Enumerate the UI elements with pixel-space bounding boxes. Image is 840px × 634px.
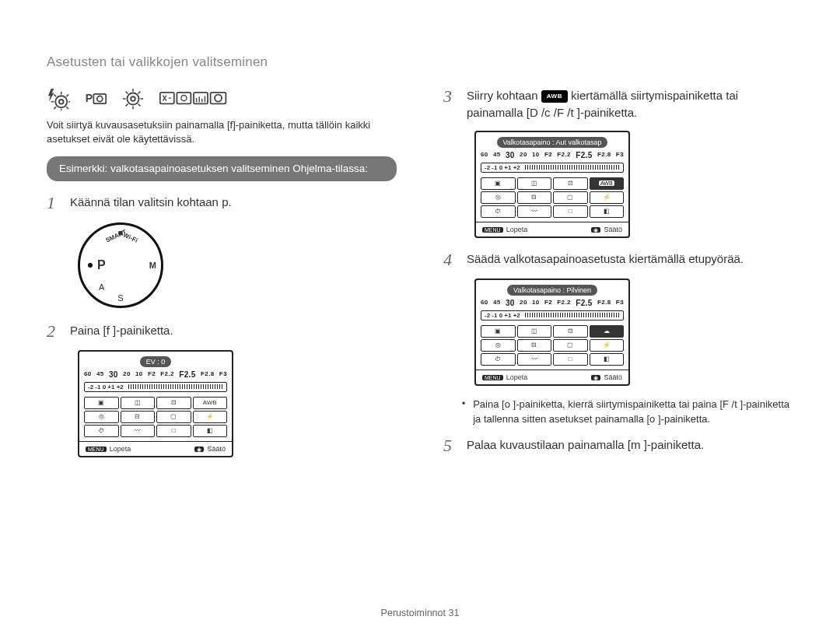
- p-cam-gear-icon: P: [84, 87, 107, 110]
- dial-mode-s: S: [117, 293, 123, 303]
- dial-mode-m: M: [149, 261, 156, 270]
- svg-point-6: [131, 96, 135, 101]
- lcd-cell: 〰: [517, 353, 552, 366]
- lcd-footer: MENULopeta ◉Säätö: [476, 370, 628, 384]
- intro-text: Voit siirtyä kuvausasetuksiin painamalla…: [47, 118, 397, 145]
- step-2: 2 Paina [f ]-painiketta.: [47, 322, 397, 341]
- bullet-text: Paina [o ]-painiketta, kierrä siirtymisp…: [473, 397, 793, 427]
- lcd-cell: ⊡: [156, 397, 191, 409]
- lcd-cell: ⊡: [553, 177, 588, 190]
- menu-tag: MENU: [86, 447, 107, 452]
- lcd-cell: ▢: [553, 191, 588, 204]
- dial-mark-top: ■: [118, 228, 124, 237]
- svg-point-0: [55, 96, 67, 107]
- step-4: 4 Säädä valkotasapainoasetusta kiertämäl…: [443, 250, 793, 269]
- lcd-cell: 〰: [121, 425, 156, 437]
- page-footer: Perustoiminnot 31: [0, 608, 840, 618]
- lcd-grid: ▣ ◫ ⊡ AWB ◎ ⊟ ▢ ⚡ ⏱ 〰 □ ◧: [476, 176, 628, 219]
- lcd-cell: ⊟: [517, 339, 552, 352]
- dial-mode-a: A: [99, 282, 104, 292]
- lcd-cell: ⊟: [121, 411, 156, 423]
- bullet-dot-icon: •: [462, 397, 465, 427]
- lcd-cell-highlight: AWB: [590, 177, 625, 190]
- lcd-cell: ◎: [481, 339, 516, 352]
- step-3-text: Siirry kohtaan AWB kiertämällä siirtymis…: [467, 87, 793, 121]
- lcd-cell: ◧: [193, 425, 228, 437]
- dial-indicator-dot: [88, 263, 93, 268]
- wheel-tag: ◉: [591, 375, 600, 380]
- lcd-footer: MENULopeta ◉Säätö: [476, 222, 628, 236]
- lcd-cell: AWB: [193, 397, 228, 409]
- svg-point-9: [181, 96, 187, 101]
- lcd-ev-scale: -2 -1 0 +1 +2: [481, 163, 624, 173]
- lcd-cell: □: [553, 205, 588, 218]
- step-4-text: Säädä valkotasapainoasetusta kiertämällä…: [467, 250, 793, 269]
- menu-tag: MENU: [482, 375, 503, 380]
- lcd-footer-left: Lopeta: [110, 445, 131, 453]
- step-2-text: Paina [f ]-painiketta.: [70, 322, 397, 341]
- lcd-cell: ⏱: [481, 353, 516, 366]
- lcd-cell: □: [553, 353, 588, 366]
- lcd-cell: ⚡: [193, 411, 228, 423]
- lcd-footer: MENULopeta ◉Säätö: [79, 441, 232, 456]
- lcd-scale-row: 60 45 30 20 10 F2 F2.2 F2.5 F2.8 F3: [476, 299, 628, 309]
- lcd-header: EV : 0: [140, 356, 172, 367]
- lcd-cell: ▢: [553, 339, 588, 352]
- step-number: 5: [443, 436, 459, 455]
- left-column: P Voit siirtyä kuvausasetuksiin painamal…: [47, 87, 397, 468]
- lcd-cell: □: [156, 425, 191, 437]
- svg-rect-7: [160, 93, 174, 103]
- step-number: 1: [47, 194, 62, 212]
- menu-tag: MENU: [482, 227, 503, 233]
- step-5: 5 Palaa kuvaustilaan painamalla [m ]-pai…: [443, 436, 793, 455]
- lcd-cell-highlight: ☁: [590, 325, 625, 338]
- awb-icon: AWB: [541, 90, 568, 103]
- step-1-text: Käännä tilan valitsin kohtaan p.: [70, 194, 397, 212]
- gear-icon: [121, 87, 145, 110]
- step-1: 1 Käännä tilan valitsin kohtaan p.: [47, 194, 397, 212]
- lcd-cell: ⊡: [553, 325, 588, 338]
- right-column: 3 Siirry kohtaan AWB kiertämällä siirtym…: [443, 87, 793, 468]
- lcd-cell: ◫: [517, 177, 552, 190]
- lcd-cell: ⏱: [84, 425, 119, 437]
- lcd-cell: ◎: [481, 191, 516, 204]
- lcd-cell: 〰: [517, 205, 552, 218]
- lcd-cell: ▢: [156, 411, 191, 423]
- lcd-cell: ◫: [517, 325, 552, 338]
- lcd-panel-ev: EV : 0 60 45 30 20 10 F2 F2.2 F2.5 F2.8 …: [78, 350, 233, 457]
- lcd-cell: ⚡: [590, 191, 625, 204]
- step-number: 4: [443, 250, 459, 269]
- lcd-cell: ▣: [84, 397, 119, 409]
- svg-rect-10: [194, 93, 208, 103]
- svg-point-12: [215, 95, 222, 102]
- lcd-grid: ▣ ◫ ⊡ AWB ◎ ⊟ ▢ ⚡ ⏱ 〰 □ ◧: [79, 395, 232, 439]
- svg-rect-8: [177, 93, 191, 103]
- svg-point-4: [97, 96, 103, 101]
- lcd-cell: ▣: [481, 177, 516, 190]
- lcd-scale-row: 60 45 30 20 10 F2 F2.2 F2.5 F2.8 F3: [476, 151, 628, 161]
- wheel-tag: ◉: [194, 447, 204, 452]
- wheel-tag: ◉: [591, 227, 600, 233]
- lcd-cell: ⊟: [517, 191, 552, 204]
- multi-cam-icons: [159, 87, 229, 110]
- bullet-note: • Paina [o ]-painiketta, kierrä siirtymi…: [443, 397, 793, 427]
- flash-gear-icon: [47, 87, 70, 110]
- lcd-footer-right: Säätö: [207, 445, 226, 453]
- lcd-ev-scale: -2 -1 0 +1 +2: [481, 310, 624, 321]
- step-number: 3: [443, 87, 459, 121]
- svg-point-5: [128, 93, 139, 105]
- lcd-grid: ▣ ◫ ⊡ ☁ ◎ ⊟ ▢ ⚡ ⏱ 〰 □ ◧: [476, 324, 628, 367]
- example-pill: Esimerkki: valkotasapainoasetuksen valit…: [47, 156, 397, 181]
- lcd-cell: ◎: [84, 411, 119, 423]
- step-number: 2: [47, 322, 62, 341]
- lcd-panel-wb-cloudy: Valkotasapaino : Pilvinen 60 45 30 20 10…: [474, 278, 630, 386]
- lcd-cell: ⏱: [481, 205, 516, 218]
- svg-text:P: P: [86, 92, 93, 104]
- lcd-footer-right: Säätö: [604, 373, 622, 381]
- lcd-footer-left: Lopeta: [506, 373, 528, 381]
- lcd-cell: ◫: [121, 397, 156, 409]
- lcd-header: Valkotasapaino : Aut valkotasap: [497, 137, 608, 148]
- lcd-footer-left: Lopeta: [506, 226, 528, 233]
- lcd-cell: ◧: [590, 205, 625, 218]
- svg-point-1: [59, 100, 64, 104]
